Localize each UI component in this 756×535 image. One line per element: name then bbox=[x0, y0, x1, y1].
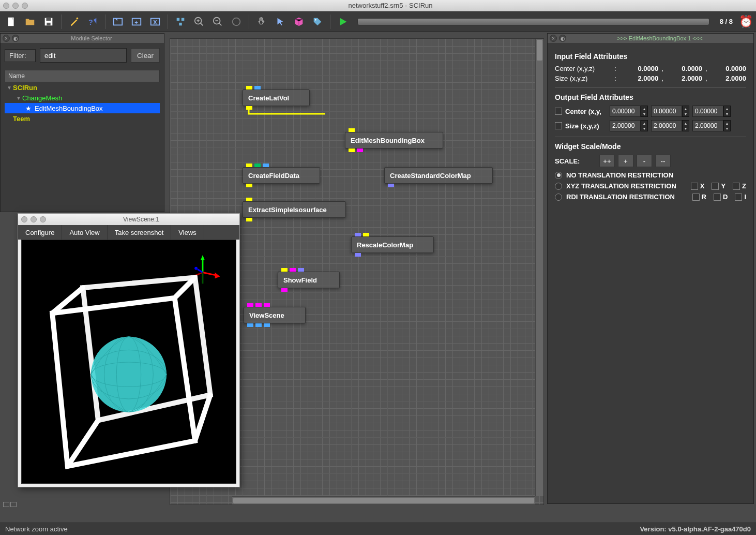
node-label: CreateLatVol bbox=[248, 94, 289, 102]
render-viewport[interactable] bbox=[21, 240, 236, 484]
node-label: ViewScene bbox=[249, 311, 284, 319]
status-bar: Network zoom active Version: v5.0-alpha.… bbox=[0, 523, 756, 535]
node-viewscene[interactable]: ViewScene bbox=[244, 307, 306, 323]
spinner[interactable]: ▲▼ bbox=[723, 106, 731, 117]
radio-no-restriction[interactable] bbox=[555, 172, 562, 179]
minimize-icon[interactable] bbox=[31, 216, 37, 222]
spinner[interactable]: ▲▼ bbox=[723, 120, 731, 131]
progress-slider[interactable] bbox=[357, 18, 709, 25]
wand-button[interactable] bbox=[66, 13, 82, 30]
scale-pp-button[interactable]: ++ bbox=[599, 155, 615, 167]
panel-pin-icon[interactable]: ◐ bbox=[12, 35, 19, 42]
scale-mm-button[interactable]: -- bbox=[655, 155, 671, 167]
screenshot-button[interactable]: Take screenshot bbox=[108, 225, 172, 240]
spinner[interactable]: ▲▼ bbox=[641, 120, 648, 131]
center-y-input[interactable] bbox=[651, 106, 682, 117]
close-window-button[interactable]: X bbox=[147, 13, 163, 30]
svg-text:?: ? bbox=[88, 18, 93, 26]
widget-header: Widget Scale/Mode bbox=[555, 142, 746, 151]
viewscene-titlebar[interactable]: ViewScene:1 bbox=[18, 214, 239, 225]
help-button[interactable]: ? bbox=[84, 13, 101, 30]
center-x-input[interactable] bbox=[610, 106, 641, 117]
svg-rect-3 bbox=[46, 18, 51, 21]
viewscene-title: ViewScene:1 bbox=[46, 216, 236, 223]
check-i[interactable] bbox=[735, 194, 742, 201]
node-createfielddata[interactable]: CreateFieldData bbox=[243, 167, 320, 184]
viewscene-window[interactable]: ViewScene:1 Configure Auto View Take scr… bbox=[18, 213, 240, 487]
panel-close-icon[interactable]: × bbox=[3, 35, 10, 42]
clear-button[interactable]: Clear bbox=[131, 48, 160, 63]
zoom-out-button[interactable] bbox=[209, 13, 226, 30]
tag-button[interactable] bbox=[309, 13, 326, 30]
svg-rect-13 bbox=[182, 18, 185, 21]
node-editmeshboundingbox[interactable]: EditMeshBoundingBox bbox=[345, 132, 443, 148]
spinner[interactable]: ▲▼ bbox=[682, 106, 689, 117]
center-checkbox[interactable] bbox=[555, 108, 562, 115]
window-titlebar: networkstuff2.srn5 - SCIRun bbox=[0, 0, 756, 11]
autoview-button[interactable]: Auto View bbox=[62, 225, 107, 240]
package-button[interactable] bbox=[291, 13, 307, 30]
alarm-icon[interactable]: ⏰ bbox=[739, 15, 753, 28]
hand-button[interactable] bbox=[253, 13, 270, 30]
check-z[interactable] bbox=[733, 183, 740, 190]
zoom-icon[interactable] bbox=[40, 216, 46, 222]
filter-input[interactable] bbox=[40, 48, 127, 63]
close-icon[interactable] bbox=[21, 216, 27, 222]
tree-item-teem[interactable]: Teem bbox=[5, 113, 160, 124]
pointer-button[interactable] bbox=[272, 13, 289, 30]
minimize-icon[interactable] bbox=[12, 3, 19, 9]
zoom-in-button[interactable] bbox=[191, 13, 207, 30]
out-size-row: Size (x,y,z) ▲▼ ▲▼ ▲▼ bbox=[555, 120, 746, 131]
check-y[interactable] bbox=[712, 183, 719, 190]
node-showfield[interactable]: ShowField bbox=[278, 272, 340, 288]
panel-close-icon[interactable]: × bbox=[550, 35, 557, 42]
scale-m-button[interactable]: - bbox=[637, 155, 652, 167]
window-layout-button[interactable] bbox=[110, 13, 126, 30]
play-button[interactable] bbox=[335, 13, 351, 30]
configure-button[interactable]: Configure bbox=[18, 225, 62, 240]
layout-toggle-icons[interactable] bbox=[3, 502, 17, 507]
svg-point-17 bbox=[233, 18, 240, 25]
close-icon[interactable] bbox=[3, 3, 9, 9]
zoom-icon[interactable] bbox=[22, 3, 28, 9]
svg-marker-22 bbox=[215, 273, 220, 279]
spinner[interactable]: ▲▼ bbox=[682, 120, 689, 131]
views-button[interactable]: Views bbox=[171, 225, 204, 240]
open-folder-button[interactable] bbox=[22, 13, 38, 30]
star-icon: ★ bbox=[25, 105, 32, 112]
radio-rdi[interactable] bbox=[555, 194, 562, 201]
tree-item-editmeshboundingbox[interactable]: ★EditMeshBoundingBox bbox=[5, 103, 160, 113]
tree-item-changemesh[interactable]: ▼ChangeMesh bbox=[5, 93, 160, 103]
size-checkbox[interactable] bbox=[555, 122, 562, 129]
check-d[interactable] bbox=[714, 194, 721, 201]
spinner[interactable]: ▲▼ bbox=[641, 106, 648, 117]
node-extractisosurface[interactable]: ExtractSimpleIsosurface bbox=[243, 201, 346, 218]
center-z-input[interactable] bbox=[692, 106, 723, 117]
add-window-button[interactable]: + bbox=[128, 13, 145, 30]
size-x-input[interactable] bbox=[610, 120, 641, 131]
scale-p-button[interactable]: + bbox=[618, 155, 633, 167]
size-z-input[interactable] bbox=[692, 120, 723, 131]
check-x[interactable] bbox=[691, 183, 698, 190]
panel-pin-icon[interactable]: ◐ bbox=[559, 35, 566, 42]
size-row: Size (x,y,z): 2.0000, 2.0000, 2.0000 bbox=[555, 75, 746, 82]
svg-point-25 bbox=[194, 267, 198, 270]
zoom-fit-button[interactable] bbox=[228, 13, 245, 30]
svg-line-29 bbox=[195, 395, 210, 441]
size-y-input[interactable] bbox=[651, 120, 682, 131]
save-button[interactable] bbox=[40, 13, 57, 30]
canvas-scrollbar-vertical[interactable] bbox=[535, 39, 543, 496]
svg-marker-20 bbox=[201, 255, 205, 260]
align-button[interactable] bbox=[172, 13, 189, 30]
node-rescalecolormap[interactable]: RescaleColorMap bbox=[351, 236, 434, 253]
tree-item-scirun[interactable]: ▼SCIRun bbox=[5, 82, 160, 93]
node-label: ShowField bbox=[283, 276, 317, 284]
node-createlatvol[interactable]: CreateLatVol bbox=[243, 90, 310, 106]
check-r[interactable] bbox=[692, 194, 700, 201]
radio-xyz[interactable] bbox=[555, 183, 562, 190]
node-createstandardcolormap[interactable]: CreateStandardColorMap bbox=[384, 167, 493, 184]
new-file-button[interactable] bbox=[3, 13, 20, 30]
window-title: networkstuff2.srn5 - SCIRun bbox=[28, 2, 753, 9]
tree-header: Name bbox=[5, 70, 160, 82]
canvas-scrollbar-horizontal[interactable] bbox=[232, 496, 535, 504]
